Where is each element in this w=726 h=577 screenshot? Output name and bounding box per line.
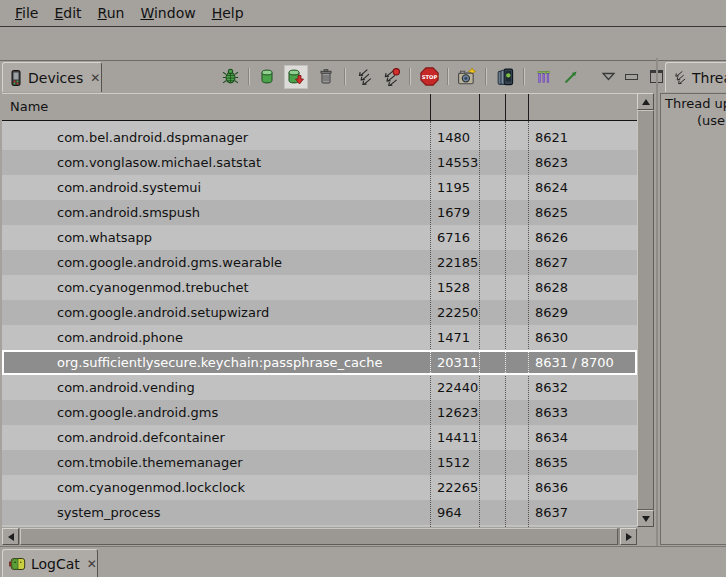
toolbar-separator (447, 68, 449, 85)
ui-automator-dump-icon[interactable] (495, 67, 515, 87)
row-pid-cell: 20311 (437, 350, 478, 375)
table-row[interactable]: com.tmobile.thememanager15128635 (2, 450, 637, 475)
menu-help[interactable]: Help (205, 3, 251, 23)
row-name-cell: com.android.vending (57, 375, 195, 400)
row-name-cell: com.cyanogenmod.trebuchet (57, 275, 249, 300)
menu-file[interactable]: File (8, 3, 45, 23)
table-row[interactable]: com.vonglasow.michael.satstat145538623 (2, 150, 637, 175)
column-divider[interactable] (479, 94, 480, 120)
row-pid-cell: 14553 (437, 150, 478, 175)
row-pid-cell: 14411 (437, 425, 478, 450)
cause-gc-icon[interactable] (316, 67, 336, 87)
column-divider[interactable] (505, 94, 506, 120)
row-pid-cell: 22440 (437, 375, 478, 400)
threads-message-line2: (use toolbar button to enable) (697, 113, 726, 128)
row-port-cell: 8625 (535, 200, 568, 225)
close-icon[interactable]: ✕ (90, 71, 100, 85)
column-gridline (505, 121, 506, 527)
column-gridline (479, 352, 480, 373)
row-name-cell: com.android.defcontainer (57, 425, 225, 450)
threads-message-panel: Thread updates not enabled for selected … (660, 93, 726, 545)
row-pid-cell: 6716 (437, 225, 470, 250)
devices-toolbar: STOP (215, 61, 658, 92)
row-port-cell: 8637 (535, 500, 568, 525)
threads-icon (672, 70, 687, 85)
toolbar-separator (409, 68, 411, 85)
column-gridline (430, 352, 431, 373)
tab-devices[interactable]: Devices ✕ (2, 62, 102, 92)
row-name-cell: com.google.android.gms.wearable (57, 250, 282, 275)
row-pid-cell: 964 (437, 500, 462, 525)
dump-hprof-icon[interactable] (284, 65, 308, 89)
table-row[interactable]: com.bel.android.dspmanager14808621 (2, 125, 637, 150)
ddms-window: File Edit Run Window Help Devices ✕ (0, 0, 726, 577)
systrace-icon[interactable] (533, 67, 553, 87)
logcat-icon (9, 557, 26, 571)
table-row[interactable]: com.google.android.setupwizard222508629 (2, 300, 637, 325)
row-name-cell: com.android.systemui (57, 175, 201, 200)
update-threads-icon[interactable] (354, 67, 374, 87)
column-gridline (528, 121, 529, 527)
column-gridline (505, 352, 506, 373)
row-port-cell: 8632 (535, 375, 568, 400)
row-port-cell: 8634 (535, 425, 568, 450)
row-port-cell: 8624 (535, 175, 568, 200)
scroll-down-button[interactable] (637, 510, 654, 527)
table-row[interactable]: system_process9648637 (2, 500, 637, 525)
scroll-left-button[interactable] (2, 528, 19, 545)
table-body: com.bel.android.dspmanager14808621com.vo… (2, 121, 637, 527)
tab-logcat-label: LogCat (31, 556, 80, 572)
menu-window[interactable]: Window (133, 3, 202, 23)
table-row[interactable]: com.whatsapp67168626 (2, 225, 637, 250)
scroll-up-button[interactable] (637, 93, 654, 110)
stop-process-icon[interactable]: STOP (419, 67, 439, 87)
vertical-scroll-thumb[interactable] (637, 110, 654, 510)
tab-threads-label: Threads (692, 70, 726, 86)
close-icon[interactable]: ✕ (87, 557, 97, 571)
row-name-cell: com.cyanogenmod.lockclock (57, 475, 245, 500)
minimize-icon[interactable] (625, 74, 638, 80)
screen-capture-icon[interactable] (457, 67, 477, 87)
row-port-cell: 8636 (535, 475, 568, 500)
update-heap-icon[interactable] (257, 67, 277, 87)
row-pid-cell: 1195 (437, 175, 470, 200)
table-row[interactable]: org.sufficientlysecure.keychain:passphra… (2, 350, 637, 375)
phone-icon (9, 70, 23, 86)
column-divider[interactable] (528, 94, 529, 120)
table-row[interactable]: com.android.phone14718630 (2, 325, 637, 350)
row-name-cell: org.sufficientlysecure.keychain:passphra… (57, 350, 382, 375)
vertical-scrollbar[interactable] (637, 93, 654, 527)
table-row[interactable]: com.android.systemui11958624 (2, 175, 637, 200)
menu-run[interactable]: Run (91, 3, 132, 23)
menubar: File Edit Run Window Help (0, 0, 726, 27)
column-name[interactable]: Name (10, 94, 48, 120)
table-row[interactable]: com.android.vending224408632 (2, 375, 637, 400)
table-row[interactable]: com.cyanogenmod.lockclock222658636 (2, 475, 637, 500)
column-gridline (528, 352, 529, 373)
tab-threads[interactable]: Threads (665, 62, 726, 92)
row-port-cell: 8629 (535, 300, 568, 325)
table-header[interactable]: Name (2, 93, 637, 122)
toolbar-separator (523, 68, 525, 85)
row-port-cell: 8623 (535, 150, 568, 175)
start-method-profiling-icon[interactable] (381, 67, 401, 87)
table-row[interactable]: com.cyanogenmod.trebuchet15288628 (2, 275, 637, 300)
table-row[interactable]: com.android.smspush16798625 (2, 200, 637, 225)
table-row[interactable]: com.google.android.gms.wearable221858627 (2, 250, 637, 275)
table-row[interactable]: com.android.defcontainer144118634 (2, 425, 637, 450)
horizontal-scrollbar[interactable] (2, 528, 637, 545)
table-row[interactable]: com.google.android.gms126238633 (2, 400, 637, 425)
menu-edit[interactable]: Edit (47, 3, 88, 23)
bottom-tabstrip: LogCat ✕ (0, 546, 726, 577)
horizontal-scroll-thumb[interactable] (20, 528, 618, 545)
main-toolbar (0, 28, 726, 61)
threads-message-line1: Thread updates not enabled for selected … (665, 96, 726, 111)
scroll-right-button[interactable] (620, 528, 637, 545)
opengl-trace-icon[interactable] (561, 67, 581, 87)
view-menu-icon[interactable] (602, 72, 615, 81)
column-divider[interactable] (430, 94, 431, 120)
threads-view: Threads Thread updates not enabled for s… (658, 58, 726, 546)
tab-logcat[interactable]: LogCat ✕ (2, 549, 98, 577)
debug-process-icon[interactable] (220, 67, 240, 87)
row-pid-cell: 22250 (437, 300, 478, 325)
